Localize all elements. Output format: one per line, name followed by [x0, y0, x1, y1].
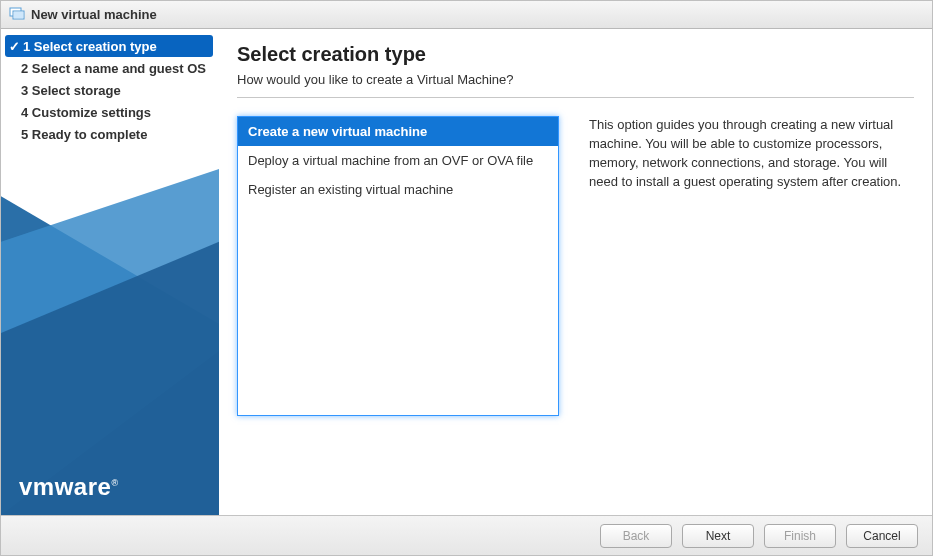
step-select-creation-type[interactable]: ✓ 1 Select creation type: [5, 35, 213, 57]
option-label: Register an existing virtual machine: [248, 182, 453, 197]
finish-button[interactable]: Finish: [764, 524, 836, 548]
vm-icon: [9, 5, 25, 24]
creation-type-listbox[interactable]: Create a new virtual machine Deploy a vi…: [237, 116, 559, 416]
svg-rect-2: [14, 12, 23, 18]
step-customize-settings[interactable]: ✓ 4 Customize settings: [1, 101, 219, 123]
wizard-main: Select creation type How would you like …: [219, 29, 932, 515]
wizard-dialog: New virtual machine ✓ 1 Select creation …: [0, 0, 933, 556]
option-label: Deploy a virtual machine from an OVF or …: [248, 153, 533, 168]
step-label: 4 Customize settings: [19, 105, 151, 120]
step-label: 5 Ready to complete: [19, 127, 147, 142]
step-ready-to-complete[interactable]: ✓ 5 Ready to complete: [1, 123, 219, 145]
back-button[interactable]: Back: [600, 524, 672, 548]
option-description: This option guides you through creating …: [589, 116, 914, 505]
checkmark-icon: ✓: [7, 39, 21, 54]
next-button[interactable]: Next: [682, 524, 754, 548]
step-label: 3 Select storage: [19, 83, 121, 98]
content-columns: Create a new virtual machine Deploy a vi…: [237, 116, 914, 505]
wizard-steps: ✓ 1 Select creation type ✓ 2 Select a na…: [1, 29, 219, 145]
wizard-body: ✓ 1 Select creation type ✓ 2 Select a na…: [1, 29, 932, 515]
step-label: 2 Select a name and guest OS: [19, 61, 206, 76]
page-heading: Select creation type: [237, 43, 914, 66]
cancel-button[interactable]: Cancel: [846, 524, 918, 548]
wizard-sidebar: ✓ 1 Select creation type ✓ 2 Select a na…: [1, 29, 219, 515]
titlebar: New virtual machine: [1, 1, 932, 29]
window-title: New virtual machine: [31, 7, 157, 22]
wizard-footer: Back Next Finish Cancel: [1, 515, 932, 555]
option-label: Create a new virtual machine: [248, 124, 427, 139]
page-subtitle: How would you like to create a Virtual M…: [237, 72, 914, 87]
step-label: 1 Select creation type: [21, 39, 157, 54]
step-select-name-guest-os[interactable]: ✓ 2 Select a name and guest OS: [1, 57, 219, 79]
divider: [237, 97, 914, 98]
vmware-logo: vmware®: [19, 473, 119, 501]
option-create-new-vm[interactable]: Create a new virtual machine: [238, 117, 558, 146]
option-deploy-ovf-ova[interactable]: Deploy a virtual machine from an OVF or …: [238, 146, 558, 175]
sidebar-decor: [1, 169, 219, 515]
option-register-existing-vm[interactable]: Register an existing virtual machine: [238, 175, 558, 204]
step-select-storage[interactable]: ✓ 3 Select storage: [1, 79, 219, 101]
